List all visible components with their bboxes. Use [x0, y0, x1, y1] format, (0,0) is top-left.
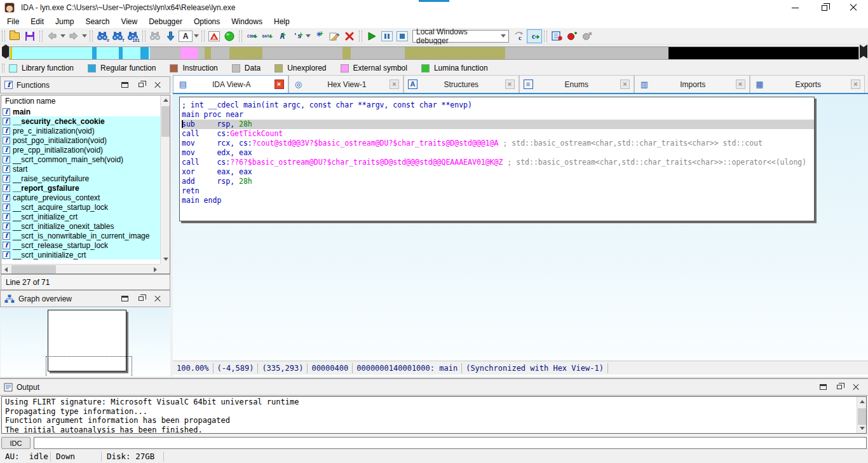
disasm-line[interactable]: main endp — [182, 196, 814, 205]
disasm-line[interactable]: ; int __cdecl main(int argc, const char … — [182, 100, 814, 110]
scroll-up-arrow[interactable] — [857, 397, 867, 406]
tab-close-icon[interactable]: × — [275, 79, 284, 89]
list-item[interactable]: f__scrt_acquire_startup_lock — [1, 202, 160, 212]
menu-windows[interactable]: Windows — [226, 15, 268, 28]
nav-band-segment[interactable] — [351, 47, 405, 59]
menu-edit[interactable]: Edit — [25, 15, 50, 28]
tab-close-icon[interactable]: × — [736, 79, 745, 89]
menu-debugger[interactable]: Debugger — [143, 15, 188, 28]
add-name-button[interactable]: A+ — [275, 29, 290, 43]
restore-button[interactable] — [810, 0, 839, 15]
make-string-button[interactable]: 's+ — [290, 29, 305, 43]
disasm-line[interactable]: call cs:GetTickCount — [182, 129, 814, 139]
patch-variable-button[interactable]: *+ — [311, 29, 327, 43]
scroll-right-arrow[interactable] — [151, 265, 160, 274]
tab-ida-view-a[interactable]: ▤IDA View-A× — [173, 75, 288, 93]
string-type-caret[interactable] — [305, 29, 311, 43]
list-item[interactable]: fpre_c_initialization(void) — [1, 126, 160, 135]
panel-close-button[interactable] — [149, 79, 166, 92]
forward-history-caret[interactable] — [81, 29, 88, 43]
list-item[interactable]: f__raise_securityfailure — [1, 174, 160, 183]
disasm-line[interactable]: add rsp, 28h — [182, 177, 814, 186]
list-item[interactable]: f__scrt_is_nonwritable_in_current_image — [1, 231, 160, 240]
panel-maximize-button[interactable] — [116, 79, 133, 92]
nav-band-scroll-right[interactable] — [860, 47, 866, 60]
tab-exports[interactable]: ▦Exports× — [750, 75, 865, 93]
navigation-band[interactable] — [9, 46, 859, 60]
menu-view[interactable]: View — [115, 15, 143, 28]
tab-structures[interactable]: AStructures× — [403, 75, 519, 93]
menu-file[interactable]: File — [1, 15, 25, 28]
pause-debugger-button[interactable] — [379, 29, 395, 43]
scroll-left-arrow[interactable] — [1, 265, 11, 274]
list-item[interactable]: fcapture_previous_context — [1, 193, 160, 202]
panel-float-button[interactable] — [831, 381, 848, 394]
search-bytes-button[interactable]: # — [95, 29, 110, 43]
nav-band-segment[interactable] — [229, 47, 262, 59]
text-view-button[interactable]: A — [178, 29, 193, 43]
list-item[interactable]: f__report_gsfailure — [1, 183, 160, 193]
nav-band-segment[interactable] — [342, 47, 351, 59]
nav-band-segment[interactable] — [150, 47, 180, 59]
list-item[interactable]: f__scrt_uninitialize_crt — [1, 250, 160, 259]
navigate-forward-button[interactable] — [66, 29, 81, 43]
panel-close-button[interactable] — [848, 381, 864, 394]
disasm-line[interactable]: call cs:??6?$basic_ostream@DU?$char_trai… — [182, 158, 814, 167]
disasm-line[interactable]: retn — [182, 186, 814, 196]
functions-vertical-scrollbar[interactable] — [160, 95, 170, 264]
search-text-button[interactable]: T — [110, 29, 125, 43]
nav-band-segment[interactable] — [211, 47, 229, 59]
tab-close-icon[interactable]: × — [851, 79, 860, 89]
save-button[interactable] — [22, 29, 37, 43]
panel-maximize-button[interactable] — [116, 293, 133, 305]
cli-input[interactable] — [34, 437, 867, 449]
nav-band-segment[interactable] — [180, 47, 198, 59]
disassembly-code-box[interactable]: ; int __cdecl main(int argc, const char … — [179, 97, 815, 221]
add-breakpoint-button[interactable] — [564, 29, 580, 43]
nav-band-segment[interactable] — [205, 47, 211, 59]
panel-maximize-button[interactable] — [815, 381, 831, 394]
list-item[interactable]: f__security_check_cookie — [1, 116, 160, 126]
edit-function-button[interactable] — [327, 29, 342, 43]
menu-options[interactable]: Options — [188, 15, 226, 28]
tab-enums[interactable]: ≡Enums× — [519, 75, 635, 93]
list-item[interactable]: fpost_pgo_initialization(void) — [1, 135, 160, 145]
scroll-down-arrow[interactable] — [161, 254, 170, 264]
scroll-down-arrow[interactable] — [857, 424, 867, 433]
tab-hex-view-1[interactable]: ◎Hex View-1× — [288, 75, 404, 93]
delete-function-button[interactable] — [342, 29, 357, 43]
close-button[interactable] — [839, 0, 868, 15]
nav-band-segment[interactable] — [97, 47, 119, 59]
menu-search[interactable]: Search — [79, 15, 115, 28]
nav-band-segment[interactable] — [198, 47, 205, 59]
make-data-button[interactable]: DATA+ — [259, 29, 275, 43]
scroll-up-arrow[interactable] — [161, 95, 170, 105]
menu-help[interactable]: Help — [268, 15, 295, 28]
list-item[interactable]: fpre_cpp_initialization(void) — [1, 145, 160, 155]
output-vertical-scrollbar[interactable] — [857, 397, 866, 433]
menu-jump[interactable]: Jump — [50, 15, 79, 28]
graph-overview-canvas[interactable] — [1, 307, 170, 377]
navigate-back-button[interactable] — [44, 29, 60, 43]
text-view-caret[interactable] — [193, 29, 200, 43]
panel-close-button[interactable] — [149, 293, 166, 305]
disasm-line[interactable]: mov edx, eax — [182, 148, 814, 158]
debugger-select[interactable]: Local Windows debugger — [412, 30, 509, 43]
jump-to-address-button[interactable] — [163, 29, 178, 43]
scrollbar-thumb[interactable] — [11, 265, 56, 273]
search-again-button-disabled[interactable] — [147, 29, 163, 43]
disasm-line[interactable]: xor eax, eax — [182, 167, 814, 177]
back-history-caret[interactable] — [60, 29, 66, 43]
functions-horizontal-scrollbar[interactable] — [1, 264, 160, 273]
minimize-button[interactable] — [780, 0, 810, 15]
list-item[interactable]: f__scrt_initialize_crt — [1, 212, 160, 221]
stop-debugger-button[interactable] — [395, 29, 410, 43]
idc-button[interactable]: IDC — [1, 437, 31, 449]
tab-close-icon[interactable]: × — [620, 79, 630, 89]
disasm-line[interactable]: main proc near — [182, 110, 814, 120]
list-item[interactable]: f__scrt_initialize_onexit_tables — [1, 221, 160, 231]
show-problems-button[interactable]: A — [207, 29, 222, 43]
tab-close-icon[interactable]: × — [390, 79, 399, 89]
tab-imports[interactable]: ▥Imports× — [634, 75, 750, 93]
nav-band-segment[interactable] — [668, 47, 859, 59]
